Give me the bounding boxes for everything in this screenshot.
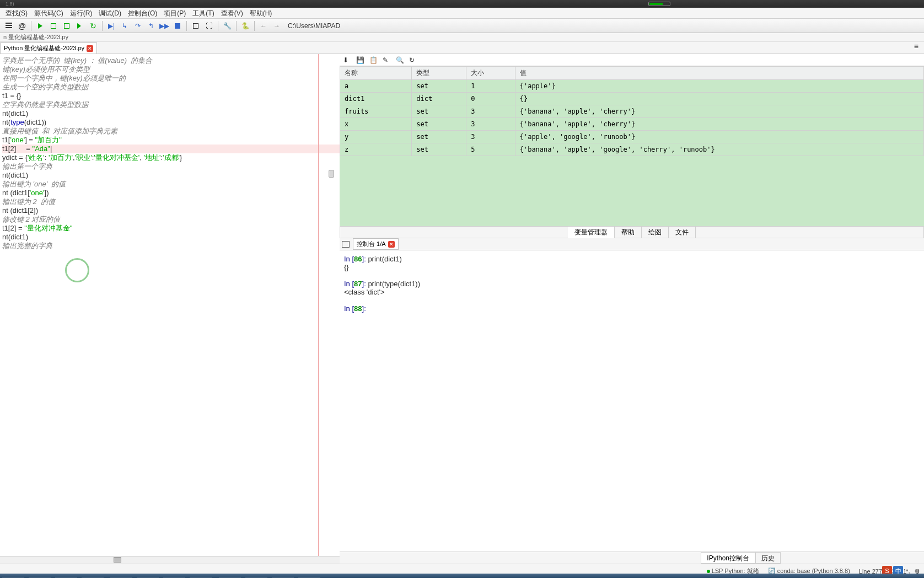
variable-cell-type: set — [412, 80, 466, 93]
run-icon[interactable] — [34, 20, 46, 32]
variable-cell-type: set — [412, 131, 466, 143]
console-tab-1a[interactable]: 控制台 1/A ✕ — [353, 238, 399, 250]
python-path-icon[interactable]: 🐍 — [239, 20, 251, 32]
variable-row[interactable]: zset5{'banana', 'apple', 'google', 'cher… — [340, 143, 924, 156]
rerun-icon[interactable]: ↻ — [87, 20, 99, 32]
step-over-icon[interactable]: ↷ — [132, 20, 144, 32]
console-line: In [88]: — [344, 304, 920, 313]
console-line — [344, 271, 920, 280]
col-type[interactable]: 类型 — [412, 67, 466, 80]
variable-row[interactable]: fruitsset3{'banana', 'apple', 'cherry'} — [340, 105, 924, 118]
close-console-icon[interactable]: ✕ — [388, 241, 395, 248]
console-bottom-tabs: IPython控制台 历史 — [340, 552, 924, 564]
search-icon[interactable]: 🔍 — [396, 56, 404, 64]
separator — [102, 21, 103, 31]
tab-variable-manager[interactable]: 变量管理器 — [568, 227, 615, 238]
editor-line: 修改键 2 对应的值 — [2, 215, 340, 224]
maximize-icon[interactable]: ⛶ — [203, 20, 215, 32]
variable-cell-size: 0 — [466, 93, 515, 105]
editor-line: nt (dict1['one']) — [2, 189, 340, 197]
working-dir-path: C:\Users\MIAPAD — [288, 22, 340, 30]
run-cell-advance-icon[interactable] — [61, 20, 73, 32]
menu-run[interactable]: 运行(R) — [67, 8, 96, 18]
close-tab-icon[interactable]: ✕ — [87, 45, 93, 52]
clear-icon[interactable]: ✎ — [383, 56, 390, 64]
save-icon[interactable]: 💾 — [356, 56, 364, 64]
run-selection-icon[interactable] — [74, 20, 86, 32]
variable-table[interactable]: 名称 类型 大小 值 aset1{'apple'}dict1dict0{}fru… — [340, 66, 924, 156]
filetab-active[interactable]: Python 量化编程基础-2023.py ✕ — [0, 42, 97, 53]
variable-cell-name: x — [340, 118, 412, 131]
tab-ipython-console[interactable]: IPython控制台 — [701, 552, 755, 564]
variable-row[interactable]: dict1dict0{} — [340, 93, 924, 105]
menu-console[interactable]: 控制台(O) — [125, 8, 160, 18]
editor-line: nt(dict1) — [2, 109, 340, 118]
at-icon[interactable]: @ — [16, 20, 28, 32]
step-out-icon[interactable]: ↰ — [145, 20, 157, 32]
variable-row[interactable]: yset3{'apple', 'google', 'runoob'} — [340, 131, 924, 143]
variable-cell-val: {'banana', 'apple', 'google', 'cherry', … — [515, 143, 923, 156]
layout-icon[interactable] — [190, 20, 202, 32]
variable-cell-type: set — [412, 143, 466, 156]
menubar: 查找(S) 源代码(C) 运行(R) 调试(D) 控制台(O) 项目(P) 工具… — [0, 8, 924, 19]
debug-step-icon[interactable]: ▶| — [105, 20, 117, 32]
editor-minimap-scroll[interactable] — [329, 54, 334, 556]
variable-row[interactable]: xset3{'banana', 'apple', 'cherry'} — [340, 118, 924, 131]
editor-line: t1[2] = "Ada"| — [2, 144, 340, 153]
forward-icon[interactable]: → — [271, 20, 283, 32]
scroll-thumb[interactable] — [114, 557, 121, 563]
editor-line: 空字典仍然是字典类型数据 — [2, 100, 340, 109]
tab-help[interactable]: 帮助 — [615, 227, 642, 238]
menu-project[interactable]: 项目(P) — [160, 8, 189, 18]
ipython-console[interactable]: In [86]: print(dict1){} In [87]: print(t… — [340, 250, 924, 552]
run-cell-icon[interactable] — [47, 20, 60, 32]
editor-line: nt(dict1) — [2, 233, 340, 242]
continue-icon[interactable]: ▶▶ — [158, 20, 170, 32]
back-icon[interactable]: ← — [257, 20, 270, 32]
variable-cell-val: {'banana', 'apple', 'cherry'} — [515, 105, 923, 118]
tab-plots[interactable]: 绘图 — [642, 227, 669, 238]
variable-cell-size: 3 — [466, 105, 515, 118]
col-value[interactable]: 值 — [515, 67, 923, 80]
variable-cell-size: 5 — [466, 143, 515, 156]
tab-history[interactable]: 历史 — [755, 552, 781, 564]
menu-view[interactable]: 查看(V) — [218, 8, 246, 18]
margin-guide — [318, 54, 319, 556]
preferences-icon[interactable]: 🔧 — [221, 20, 233, 32]
editor-hscrollbar[interactable] — [0, 556, 340, 564]
editor-line: 生成一个空的字典类型数据 — [2, 83, 340, 92]
import-icon[interactable]: ⬇ — [343, 56, 351, 64]
version-tag: 1.8) — [6, 1, 14, 7]
right-pane: ⬇ 💾 📋 ✎ 🔍 ↻ 名称 类型 大小 值 aset1{'apple'}dic… — [340, 54, 924, 564]
col-name[interactable]: 名称 — [340, 67, 412, 80]
code-editor[interactable]: 字典是一个无序的 键(key) ： 值(value) 的集合键(key)必须使用… — [0, 54, 340, 556]
menu-tools[interactable]: 工具(T) — [189, 8, 217, 18]
editor-line: 输出第一个字典 — [2, 162, 340, 171]
editor-line: t1[2] = "量化对冲基金" — [2, 224, 340, 233]
menu-debug[interactable]: 调试(D) — [95, 8, 125, 18]
battery-icon — [648, 2, 670, 6]
variable-cell-name: dict1 — [340, 93, 412, 105]
save-as-icon[interactable]: 📋 — [369, 56, 377, 64]
separator — [218, 21, 218, 31]
editor-line: 字典是一个无序的 键(key) ： 值(value) 的集合 — [2, 56, 340, 65]
collapse-panel-icon[interactable]: ≡ — [912, 42, 921, 53]
console-line: {} — [344, 263, 920, 271]
menu-find[interactable]: 查找(S) — [2, 8, 31, 18]
stop-icon[interactable] — [171, 20, 184, 32]
os-taskbar[interactable] — [0, 574, 924, 578]
editor-line: t1 = {} — [2, 92, 340, 100]
variable-row[interactable]: aset1{'apple'} — [340, 80, 924, 93]
menu-source[interactable]: 源代码(C) — [31, 8, 67, 18]
variable-cell-name: a — [340, 80, 412, 93]
editor-line: 输出完整的字典 — [2, 242, 340, 250]
menu-help[interactable]: 帮助(H) — [246, 8, 276, 18]
col-size[interactable]: 大小 — [466, 67, 515, 80]
outline-icon[interactable] — [3, 20, 15, 32]
variable-cell-size: 3 — [466, 131, 515, 143]
tab-files[interactable]: 文件 — [669, 227, 696, 238]
console-menu-icon[interactable] — [342, 241, 350, 248]
refresh-icon[interactable]: ↻ — [409, 56, 417, 64]
step-into-icon[interactable]: ↳ — [119, 20, 131, 32]
separator — [254, 21, 255, 31]
